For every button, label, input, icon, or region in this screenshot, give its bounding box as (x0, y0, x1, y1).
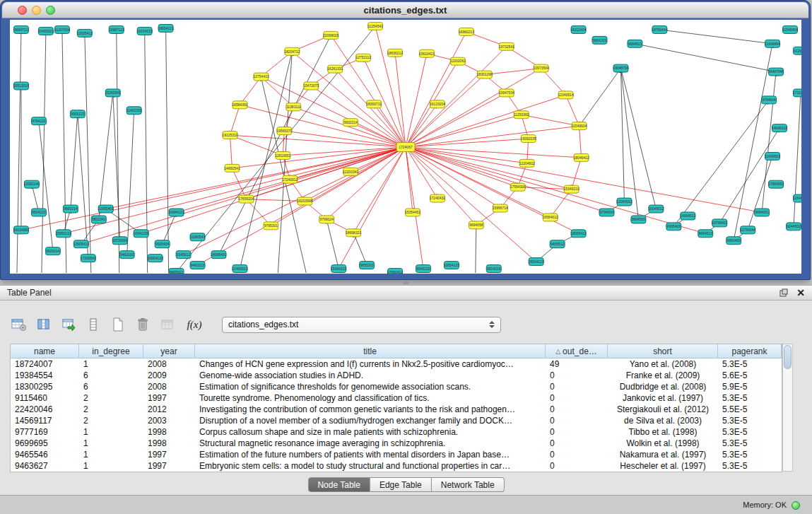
graph-edge[interactable] (261, 77, 406, 147)
graph-node[interactable]: 12635412 (77, 29, 93, 37)
graph-node[interactable]: 15956714 (493, 204, 508, 212)
table-cell[interactable]: 5.3E-5 (718, 449, 782, 460)
graph-node[interactable]: 15064123 (331, 265, 346, 273)
table-cell[interactable]: Franke et al. (2009) (608, 370, 718, 381)
table-cell[interactable]: Yano et al. (2008) (608, 358, 718, 370)
graph-node[interactable]: 12754413 (253, 73, 269, 81)
graph-node[interactable]: 9865021 (169, 269, 184, 274)
graph-node[interactable]: 10941236 (134, 230, 149, 238)
table-cell[interactable]: 22420046 (11, 404, 79, 415)
table-row[interactable]: 969969511998Structural magnetic resonanc… (11, 438, 782, 449)
graph-node[interactable]: 9462103 (119, 251, 134, 259)
table-cell[interactable]: 9465546 (11, 449, 79, 460)
graph-edge[interactable] (673, 100, 769, 226)
graph-edge[interactable] (326, 219, 339, 269)
graph-edge[interactable] (141, 147, 406, 233)
table-cell[interactable]: 5.9E-5 (718, 381, 782, 392)
graph-node[interactable]: 12064513 (616, 198, 632, 206)
graph-node[interactable]: 9860455 (726, 237, 741, 245)
graph-edge[interactable] (476, 225, 476, 273)
graph-node[interactable]: 11381111 (286, 103, 301, 111)
graph-node[interactable]: 12605413 (73, 240, 89, 248)
table-cell[interactable]: 5.3E-5 (718, 392, 782, 404)
table-cell[interactable]: 0 (546, 392, 608, 404)
table-cell[interactable]: 1 (79, 426, 143, 438)
graph-edge[interactable] (85, 33, 91, 273)
graph-node[interactable]: 17206541 (81, 255, 96, 262)
graph-node[interactable]: 9925404 (155, 240, 170, 248)
table-cell[interactable]: 1998 (143, 438, 195, 449)
table-row[interactable]: 911546021997Tourette syndrome. Phenomeno… (11, 392, 782, 404)
table-cell[interactable]: 1998 (143, 426, 195, 438)
graph-node[interactable]: 10465321 (38, 27, 54, 35)
graph-node[interactable]: 9126403 (794, 47, 801, 54)
graph-edge[interactable] (163, 212, 177, 244)
graph-edge[interactable] (406, 147, 527, 163)
graph-node[interactable]: 15349210 (564, 185, 579, 193)
graph-node[interactable]: 16203998 (297, 197, 312, 205)
graph-node[interactable]: 17650412 (387, 269, 403, 274)
table-cell[interactable]: 19384554 (11, 370, 79, 381)
graph-edge[interactable] (166, 28, 169, 273)
table-row[interactable]: 1938455462009Genome-wide association stu… (11, 370, 782, 381)
graph-edge[interactable] (406, 147, 518, 187)
graph-node[interactable]: 12610651 (275, 151, 290, 159)
graph-edge[interactable] (71, 114, 78, 209)
table-select[interactable]: citations_edges.txt (222, 317, 501, 333)
graph-edge[interactable] (17, 30, 21, 273)
graph-edge[interactable] (406, 147, 572, 189)
table-cell[interactable]: 6 (79, 381, 143, 392)
table-cell[interactable]: 0 (546, 449, 608, 460)
graph-node[interactable]: 18065413 (570, 230, 586, 238)
table-cell[interactable]: 2 (79, 404, 143, 415)
table-cell[interactable]: 1 (79, 460, 143, 472)
graph-node[interactable]: 22068026 (323, 31, 339, 39)
graph-node[interactable]: 9245012 (176, 251, 191, 259)
graph-node[interactable]: 18796444 (652, 25, 667, 33)
new-document-icon[interactable] (109, 316, 127, 333)
table-row[interactable]: 977716911998Corpus callosum shape and si… (11, 426, 782, 438)
table-cell[interactable]: 0 (546, 370, 608, 381)
table-cell[interactable]: 0 (546, 460, 608, 472)
graph-node[interactable]: 9664513 (628, 40, 642, 47)
table-row[interactable]: 1872400712008Changes of HCN gene express… (11, 358, 782, 370)
graph-node[interactable]: 16584391 (232, 101, 247, 109)
graph-edge[interactable] (406, 69, 541, 147)
graph-node[interactable]: 16684123 (169, 209, 184, 216)
table-cell[interactable]: Disruption of a novel member of a sodium… (195, 415, 546, 426)
graph-node[interactable]: 9802341 (91, 216, 106, 223)
table-row[interactable]: 1830029562008Estimation of significance … (11, 381, 782, 392)
graph-edge[interactable] (579, 126, 582, 158)
graph-node[interactable]: 15354451 (405, 209, 420, 216)
table-cell[interactable]: 1997 (143, 392, 195, 404)
table-cell[interactable]: 9777169 (11, 426, 79, 438)
graph-edge[interactable] (620, 69, 656, 209)
graph-node[interactable]: 17659204 (238, 195, 254, 203)
table-import-icon[interactable] (59, 316, 78, 333)
table-cell[interactable]: 1 (79, 449, 143, 460)
graph-node[interactable]: 16312404 (570, 25, 586, 33)
graph-node[interactable]: 16584012 (543, 214, 558, 221)
graph-edge[interactable] (406, 32, 466, 147)
column-header-title[interactable]: title (195, 344, 546, 358)
graph-node[interactable]: 17103054 (793, 89, 801, 97)
graph-node[interactable]: 16648794 (613, 64, 628, 72)
table-cell[interactable]: 9115460 (11, 392, 79, 404)
graph-edge[interactable] (406, 139, 529, 147)
table-cell[interactable]: 5.3E-5 (718, 415, 782, 426)
graph-edge[interactable] (353, 233, 367, 265)
table-cell[interactable]: 18724007 (11, 358, 79, 370)
graph-edge[interactable] (748, 156, 772, 230)
graph-edge[interactable] (406, 147, 536, 262)
graph-node[interactable]: 9925014 (45, 247, 60, 255)
graph-node[interactable]: 19565370 (276, 127, 292, 135)
table-cell[interactable]: Stergiakouli et al. (2012) (608, 404, 718, 415)
graph-node[interactable]: 15987123 (109, 25, 124, 33)
column-header-name[interactable]: name (11, 344, 79, 358)
graph-node[interactable]: 9664203 (592, 36, 607, 44)
table-cell[interactable]: Nakamura et al. (1997) (608, 449, 718, 460)
graph-node[interactable]: 17240612 (282, 175, 298, 183)
graph-node[interactable]: 16504123 (529, 258, 544, 266)
graph-edge[interactable] (566, 95, 579, 126)
table-cell[interactable]: 0 (546, 381, 608, 392)
